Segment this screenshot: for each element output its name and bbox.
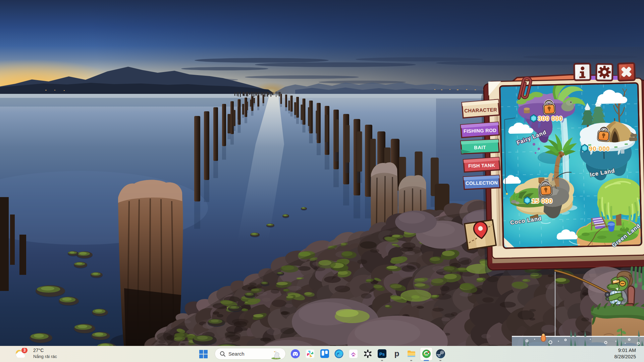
svg-text:p: p bbox=[394, 349, 399, 358]
svg-text:Ps: Ps bbox=[379, 352, 385, 357]
